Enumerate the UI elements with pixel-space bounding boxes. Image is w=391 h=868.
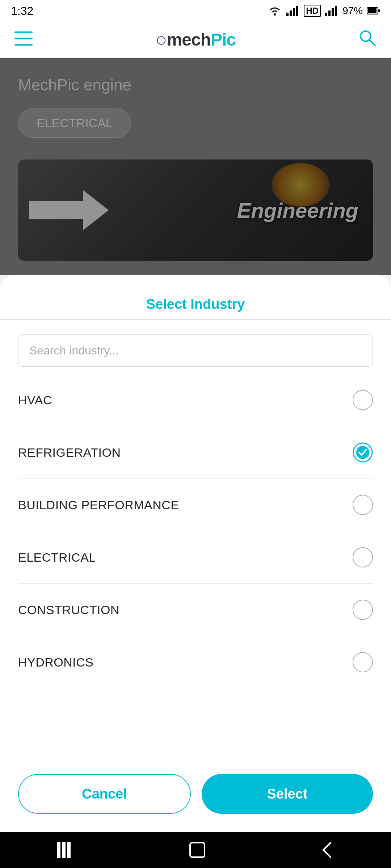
svg-point-19 [356, 446, 369, 459]
search-industry-input[interactable] [18, 334, 373, 367]
app-logo: ○mechPic [155, 30, 236, 50]
industry-item-hvac[interactable]: HVAC [18, 374, 373, 426]
svg-rect-13 [14, 38, 33, 39]
industry-item-building-performance[interactable]: BUILDING PERFORMANCE [18, 479, 373, 531]
radio-hvac[interactable] [353, 390, 373, 410]
industry-name-refrigeration: REFRIGERATION [18, 446, 121, 460]
cancel-button[interactable]: Cancel [18, 774, 191, 814]
status-icons: HD 97% [268, 5, 380, 17]
radio-building-performance[interactable] [353, 495, 373, 515]
back-nav-icon[interactable] [320, 841, 334, 859]
battery-text: 97% [342, 5, 363, 17]
svg-rect-21 [62, 842, 66, 858]
radio-hydronics[interactable] [353, 652, 373, 672]
svg-point-0 [274, 13, 276, 16]
modal-title: Select Industry [14, 286, 377, 319]
svg-rect-5 [325, 13, 327, 16]
svg-rect-20 [57, 842, 60, 858]
industry-name-building-performance: BUILDING PERFORMANCE [18, 498, 179, 512]
search-container [0, 320, 391, 374]
status-time: 1:32 [11, 4, 33, 18]
industry-name-electrical: ELECTRICAL [18, 550, 96, 565]
industry-name-hvac: HVAC [18, 393, 52, 407]
svg-rect-12 [14, 31, 33, 33]
select-button[interactable]: Select [202, 774, 373, 814]
bg-dimmer [0, 58, 391, 275]
industry-name-hydronics: HYDRONICS [18, 655, 94, 669]
svg-rect-6 [328, 10, 331, 16]
industry-item-electrical[interactable]: ELECTRICAL [18, 531, 373, 584]
status-bar: 1:32 HD 97% [0, 0, 391, 22]
signal2-icon [325, 5, 338, 16]
svg-rect-10 [368, 8, 377, 13]
button-area: Cancel Select [0, 763, 391, 832]
industry-list: HVAC REFRIGERATION BUILDING PERFORMANCE … [0, 374, 391, 763]
nav-bar [0, 832, 391, 868]
search-header-icon[interactable] [358, 29, 377, 51]
svg-rect-1 [286, 13, 289, 16]
svg-rect-22 [67, 842, 71, 858]
svg-line-16 [369, 40, 375, 46]
home-nav-icon[interactable] [188, 841, 206, 859]
signal-icon [286, 5, 299, 16]
radio-electrical[interactable] [353, 547, 373, 567]
app-header: ○mechPic [0, 22, 391, 58]
svg-rect-8 [335, 6, 337, 16]
hamburger-icon[interactable] [14, 31, 33, 48]
svg-rect-3 [293, 8, 295, 16]
svg-rect-11 [378, 9, 380, 12]
hd-badge: HD [304, 5, 321, 17]
industry-item-construction[interactable]: CONSTRUCTION [18, 584, 373, 636]
wifi-icon [268, 5, 282, 16]
svg-rect-14 [14, 44, 33, 46]
svg-rect-7 [332, 8, 334, 16]
svg-rect-4 [296, 6, 298, 16]
radio-construction[interactable] [353, 600, 373, 620]
radio-refrigeration-selected[interactable] [353, 442, 373, 463]
modal-header: Select Industry [0, 275, 391, 319]
svg-rect-2 [290, 10, 292, 16]
battery-icon [367, 7, 380, 15]
industry-item-refrigeration[interactable]: REFRIGERATION [18, 426, 373, 479]
recents-nav-icon[interactable] [57, 842, 75, 858]
svg-rect-23 [190, 843, 205, 857]
select-industry-modal: Select Industry HVAC REFRIGERATION BUILD… [0, 275, 391, 832]
industry-item-hydronics[interactable]: HYDRONICS [18, 636, 373, 688]
industry-name-construction: CONSTRUCTION [18, 603, 119, 617]
